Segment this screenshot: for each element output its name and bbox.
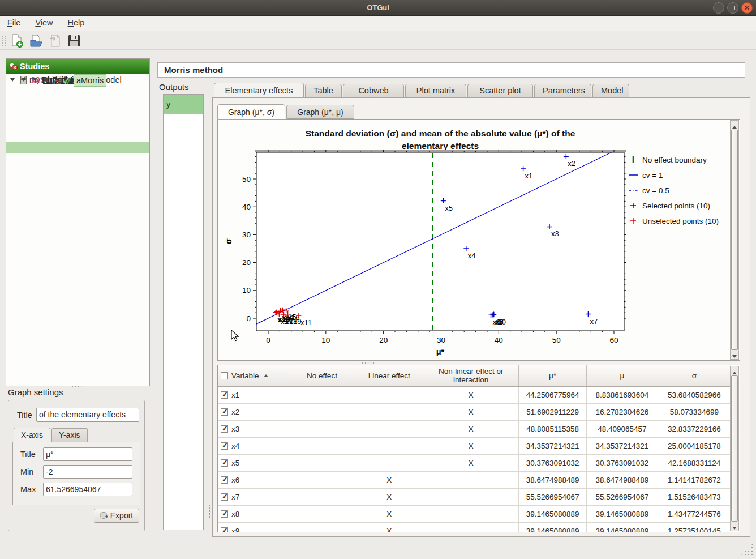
sigma-cell: 1.14141782672 <box>658 471 731 488</box>
expander-icon[interactable] <box>33 78 37 82</box>
output-item-y[interactable]: y <box>164 95 203 114</box>
row-checkbox[interactable] <box>221 527 228 533</box>
tree-item-screening[interactable]: Screening <box>6 131 149 142</box>
save-icon[interactable] <box>67 33 81 48</box>
new-study-icon[interactable] <box>10 33 24 48</box>
mu-star-cell: 39.1465080889 <box>518 522 586 532</box>
column-header[interactable]: μ* <box>518 365 586 386</box>
row-checkbox[interactable] <box>221 391 228 399</box>
column-header[interactable]: Linear effect <box>355 365 423 386</box>
tab-plot-matrix[interactable]: Plot matrix <box>405 84 466 97</box>
tree-item-amorris[interactable]: aMorris <box>6 142 149 153</box>
row-checkbox[interactable] <box>221 442 228 450</box>
sigma-cell: 58.073334699 <box>658 403 731 420</box>
expander-icon[interactable] <box>22 78 26 82</box>
menu-help[interactable]: Help <box>61 16 92 29</box>
table-scrollbar-thumb[interactable] <box>731 375 738 522</box>
expander-icon[interactable] <box>10 78 15 82</box>
mu-cell: 55.5266954067 <box>587 488 658 505</box>
row-checkbox[interactable] <box>221 510 228 518</box>
table-scrollbar[interactable] <box>730 366 739 531</box>
svg-text:20: 20 <box>379 336 388 344</box>
scroll-up-icon[interactable] <box>731 121 738 129</box>
graph-title-input[interactable]: of the elementary effects <box>36 408 139 422</box>
nonlinear-effect-cell <box>423 488 518 505</box>
studies-panel-title: Studies <box>20 62 49 71</box>
tree-item-probabilistic-model[interactable]: Probabilistic model <box>6 120 149 131</box>
scroll-up-icon[interactable] <box>731 367 738 375</box>
column-header-variable[interactable]: Variable <box>218 365 289 386</box>
mu-star-cell: 39.1465080889 <box>518 505 586 522</box>
field-input-min[interactable]: -2 <box>43 465 132 479</box>
maximize-button[interactable] <box>727 2 738 14</box>
tab-elementary-effects[interactable]: Elementary effects <box>214 83 304 98</box>
close-button[interactable]: ✕ <box>741 2 753 14</box>
morris-scatter-chart[interactable]: Standard deviation (σ) and mean of the a… <box>218 120 740 360</box>
column-header[interactable]: μ <box>587 365 658 386</box>
column-header[interactable]: Non-linear effect or interaction <box>423 365 518 386</box>
tab-table[interactable]: Table <box>305 84 342 97</box>
table-row-x2: x2X51.690291122916.278230462658.07333469… <box>218 403 731 420</box>
open-study-icon[interactable] <box>29 33 44 48</box>
expander-icon[interactable] <box>43 78 48 82</box>
export-button[interactable]: Export <box>94 509 139 523</box>
splitter-handle-graph-table[interactable] <box>361 362 376 364</box>
column-header[interactable]: σ <box>658 365 731 386</box>
select-all-checkbox[interactable] <box>221 372 228 379</box>
scroll-down-icon[interactable] <box>731 522 738 530</box>
chart-legend[interactable]: No effect boundarycv = 1cv = 0.5Selected… <box>629 156 719 225</box>
tab-parameters[interactable]: Parameters <box>534 84 591 97</box>
mu-star-cell: 51.6902911229 <box>518 403 586 420</box>
row-checkbox[interactable] <box>221 493 228 501</box>
row-checkbox[interactable] <box>221 408 228 416</box>
splitter-handle-vertical[interactable] <box>208 504 211 519</box>
table-row-x3: x3X48.808511535848.40906545732.833722916… <box>218 420 731 437</box>
sigma-cell: 42.1688331124 <box>658 454 731 471</box>
subtab-graph-mustar-mu[interactable]: Graph (μ*, μ) <box>286 105 354 119</box>
toolbar-drag-handle[interactable] <box>2 35 6 46</box>
svg-text:x7: x7 <box>590 317 598 326</box>
scroll-down-icon[interactable] <box>731 351 738 359</box>
branch-line <box>57 72 57 80</box>
graph-scrollbar-thumb[interactable] <box>731 130 738 350</box>
svg-text:30: 30 <box>437 336 445 344</box>
mu-cell: 38.6474988489 <box>587 471 658 488</box>
field-input-title[interactable]: μ* <box>43 447 132 461</box>
mu-cell: 39.1465080889 <box>587 505 658 522</box>
svg-text:40: 40 <box>242 203 251 211</box>
tree-item-physical-models[interactable]: Physical models <box>6 86 149 97</box>
row-checkbox[interactable] <box>221 476 228 484</box>
subtab-graph-mustar-sigma[interactable]: Graph (μ*, σ) <box>217 104 285 120</box>
no-effect-cell <box>289 403 355 420</box>
splitter-handle[interactable] <box>71 386 86 388</box>
column-header[interactable]: No effect <box>289 365 355 386</box>
branch-line <box>57 80 62 80</box>
field-input-max[interactable]: 61.5266954067 <box>43 483 132 496</box>
tree-item-morrismodel[interactable]: MorrisModel <box>6 97 149 108</box>
sigma-cell: 1.25735100145 <box>658 522 731 532</box>
row-checkbox[interactable] <box>221 459 228 467</box>
field-label-title: Title <box>20 450 36 459</box>
python-script-icon[interactable] <box>48 33 63 48</box>
tab-model[interactable]: Model <box>592 84 629 97</box>
tab-scatter-plot[interactable]: Scatter plot <box>467 84 533 97</box>
tab-cobweb-plot[interactable]: Cobweb plot <box>343 84 404 97</box>
menu-view[interactable]: View <box>28 16 60 29</box>
tree-item-definition[interactable]: Definition <box>6 108 149 120</box>
minimize-button[interactable]: – <box>713 2 724 14</box>
y-axis-label: σ <box>224 238 233 244</box>
menu-file[interactable]: File <box>0 16 28 29</box>
no-effect-cell <box>289 386 355 403</box>
axis-tab-y-axis[interactable]: Y-axis <box>51 428 88 442</box>
row-checkbox[interactable] <box>221 425 228 433</box>
svg-text:x10: x10 <box>494 318 506 326</box>
variable-cell: x5 <box>218 454 289 471</box>
svg-text:Selected points (10): Selected points (10) <box>642 202 710 210</box>
axis-tab-x-axis[interactable]: X-axis <box>14 428 50 442</box>
graph-scrollbar[interactable] <box>730 120 739 360</box>
menubar: FileViewHelp <box>0 16 756 31</box>
sort-ascending-icon <box>264 374 268 377</box>
variable-cell: x4 <box>218 437 289 454</box>
window-resize-grip[interactable] <box>740 543 754 556</box>
svg-text:50: 50 <box>242 175 251 184</box>
